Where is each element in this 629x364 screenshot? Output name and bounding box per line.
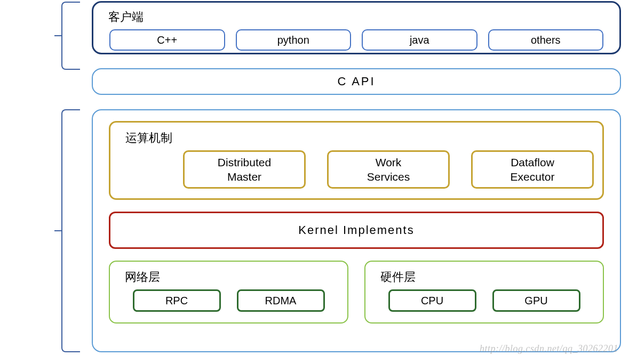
watermark: http://blog.csdn.net/qq_30262201 bbox=[480, 343, 618, 354]
hardware-layer: 硬件层 CPU GPU bbox=[364, 261, 604, 323]
client-title: 客户端 bbox=[108, 9, 609, 25]
lang-others: others bbox=[488, 29, 604, 51]
core-layer: 运算机制 DistributedMaster WorkServices Data… bbox=[92, 109, 621, 352]
network-title: 网络层 bbox=[125, 269, 337, 285]
lang-python: python bbox=[236, 29, 352, 51]
client-layer: 客户端 C++ python java others bbox=[92, 1, 621, 54]
gpu-box: GPU bbox=[492, 289, 580, 312]
distributed-master: DistributedMaster bbox=[183, 150, 306, 189]
bracket-client bbox=[61, 2, 80, 70]
api-layer: C API bbox=[92, 68, 621, 95]
api-label: C API bbox=[337, 75, 375, 88]
hardware-title: 硬件层 bbox=[380, 269, 592, 285]
cpu-box: CPU bbox=[388, 289, 476, 312]
dataflow-executor: DataflowExecutor bbox=[471, 150, 594, 189]
network-layer: 网络层 RPC RDMA bbox=[109, 261, 348, 323]
compute-container: 运算机制 DistributedMaster WorkServices Data… bbox=[109, 121, 604, 200]
rdma-box: RDMA bbox=[237, 289, 325, 312]
compute-title: 运算机制 bbox=[125, 130, 592, 146]
rpc-box: RPC bbox=[133, 289, 221, 312]
work-services: WorkServices bbox=[327, 150, 450, 189]
lang-java: java bbox=[362, 29, 477, 51]
bracket-core bbox=[61, 109, 80, 352]
lang-cpp: C++ bbox=[109, 29, 225, 51]
kernel-implements: Kernel Implements bbox=[109, 212, 604, 249]
